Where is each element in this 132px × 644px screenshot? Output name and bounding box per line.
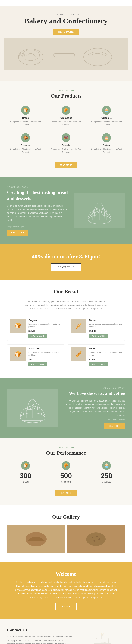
hamburger-line-3 bbox=[64, 4, 68, 4]
product-item-cakes[interactable]: 🎂 Cakes Sample text. Click to select the… bbox=[88, 132, 125, 155]
hero-read-more-button[interactable]: READ MORE bbox=[53, 29, 79, 35]
welcome-read-more-button[interactable]: read more bbox=[55, 603, 76, 610]
perf-bread-icon: 🍞 bbox=[21, 461, 30, 470]
discount-banner: 40% discount after 8.00 pm! CONTACT US bbox=[0, 244, 132, 280]
bread-info-grain: Grain Excepteur sint occaecat cupidatat … bbox=[89, 347, 122, 366]
add-to-cart-grain[interactable]: ADD TO CART bbox=[89, 362, 108, 366]
product-item-bread[interactable]: 🍞 Bread Sample text. Click to select the… bbox=[7, 104, 44, 128]
bread-price-yeast-free: $22.00 bbox=[28, 358, 61, 361]
bread-price-sweet: $19.00 bbox=[89, 330, 122, 332]
product-desc-croissant: Sample text. Click to select the Text El… bbox=[49, 120, 83, 126]
contact-body: Ut enim ad minim veniam, quis nostrud ex… bbox=[7, 635, 75, 644]
hamburger-line-1 bbox=[64, 2, 68, 2]
love-readmore-button[interactable]: READMORE bbox=[104, 423, 125, 429]
bread-item-original: 🍞 Original Excepteur sint occaecat cupid… bbox=[7, 316, 64, 341]
add-to-cart-yeast-free[interactable]: ADD TO CART bbox=[28, 362, 47, 366]
bread-section-title: Our Bread bbox=[7, 288, 125, 294]
about-body: Ut enim ad minim veniam, quis nostrud ex… bbox=[7, 204, 68, 222]
love-section: about company We Love desserts, and coff… bbox=[0, 378, 132, 438]
bread-name-sweet: Sweet bbox=[89, 319, 122, 322]
hamburger-menu[interactable] bbox=[64, 2, 68, 4]
gallery-section: Our Gallery bbox=[0, 505, 132, 562]
perf-item-cupcake: 🧁 250 Cupcake bbox=[88, 461, 125, 483]
bread-price-original: $18.00 bbox=[28, 330, 61, 332]
love-body: Ut enim ad minim veniam, quis nostrud ex… bbox=[64, 399, 125, 417]
bread-item-grain: 🥖 Grain Excepteur sint occaecat cupidata… bbox=[68, 344, 125, 369]
perf-croissant-number: 500 bbox=[47, 472, 85, 480]
products-read-more-button[interactable]: Read More bbox=[55, 162, 77, 168]
product-desc-cakes: Sample text. Click to select the Text El… bbox=[90, 148, 123, 154]
performance-title: Our Performance bbox=[7, 450, 125, 456]
performance-read-more-button[interactable]: READ MORE bbox=[55, 490, 77, 496]
perf-cupcake-label: Cupcake bbox=[88, 480, 125, 483]
product-name-cakes: Cakes bbox=[90, 144, 123, 147]
bread-image-yeast-free: 🍞 bbox=[10, 347, 26, 361]
bread-name-grain: Grain bbox=[89, 347, 122, 350]
love-text: about company We Love desserts, and coff… bbox=[64, 387, 125, 429]
product-name-donuts: Donuts bbox=[49, 144, 83, 147]
welcome-body: Ut enim ad minim veniam, quis nostrud ex… bbox=[15, 580, 117, 600]
discount-text: 40% discount after 8.00 pm! bbox=[7, 253, 125, 260]
contact-section: Contact Us Ut enim ad minim veniam, quis… bbox=[0, 619, 132, 644]
svg-point-17 bbox=[93, 208, 100, 213]
love-image-label: Image from Images bbox=[64, 418, 125, 420]
add-to-cart-sweet[interactable]: ADD TO CART bbox=[89, 334, 108, 338]
svg-point-35 bbox=[96, 536, 98, 537]
love-title: We Love desserts, and coffee bbox=[64, 390, 125, 396]
welcome-title: Welcome bbox=[7, 571, 125, 577]
performance-grid: 🍞 300 Bread 🥐 500 Croissant 🧁 250 Cupcak… bbox=[7, 461, 125, 483]
svg-rect-2 bbox=[54, 54, 75, 57]
bread-info-sweet: Sweet Excepteur sint occaecat cupidatat … bbox=[89, 319, 122, 338]
product-name-cookies: Cookies bbox=[9, 144, 42, 147]
donuts-icon: 🍩 bbox=[62, 133, 70, 142]
product-name-cupcake: Cupcake bbox=[90, 116, 123, 119]
bread-price-grain: $16.00 bbox=[89, 358, 122, 361]
contact-us-button[interactable]: CONTACT US bbox=[51, 263, 81, 271]
product-name-bread: Bread bbox=[9, 116, 42, 119]
bread-image-original: 🍞 bbox=[10, 319, 26, 333]
about-image bbox=[74, 193, 125, 228]
bread-info-original: Original Excepteur sint occaecat cupidat… bbox=[28, 319, 61, 338]
product-desc-donuts: Sample text. Click to select the Text El… bbox=[49, 148, 83, 154]
product-item-cookies[interactable]: 🍪 Cookies Sample text. Click to select t… bbox=[7, 132, 44, 155]
about-read-more-button[interactable]: Read More bbox=[7, 230, 28, 236]
products-section: what we do Our Products 🍞 Bread Sample t… bbox=[0, 81, 132, 177]
product-item-cupcake[interactable]: 🧁 Cupcake Sample text. Click to select t… bbox=[88, 104, 125, 128]
bread-section-header: Our Bread Ut enim ad minim veniam, quis … bbox=[7, 288, 125, 310]
hero-section: Homemade recipes Bakery and Confectioner… bbox=[0, 6, 132, 81]
perf-item-bread: 🍞 300 Bread bbox=[7, 461, 44, 483]
hero-image bbox=[3, 38, 129, 70]
svg-point-37 bbox=[94, 540, 95, 542]
bread-desc-sweet: Excepteur sint occaecat cupidatat non pr… bbox=[89, 322, 122, 328]
products-title: Our Products bbox=[7, 93, 125, 99]
perf-cupcake-number: 250 bbox=[88, 472, 125, 480]
navbar bbox=[0, 0, 132, 6]
perf-croissant-icon: 🥐 bbox=[62, 461, 70, 470]
contact-text: Contact Us Ut enim ad minim veniam, quis… bbox=[7, 628, 75, 644]
cookies-icon: 🍪 bbox=[21, 133, 30, 142]
product-item-donuts[interactable]: 🍩 Donuts Sample text. Click to select th… bbox=[47, 132, 85, 155]
about-image-label: Image from Images bbox=[7, 226, 68, 228]
love-image bbox=[7, 388, 58, 428]
product-desc-bread: Sample text. Click to select the Text El… bbox=[9, 120, 42, 126]
bread-image-grain: 🥖 bbox=[71, 347, 86, 361]
bread-section: Our Bread Ut enim ad minim veniam, quis … bbox=[0, 280, 132, 378]
product-item-croissant[interactable]: 🥐 Croissant Sample text. Click to select… bbox=[47, 104, 85, 128]
gallery-grid bbox=[7, 525, 125, 553]
perf-item-croissant: 🥐 500 Croissant bbox=[47, 461, 85, 483]
about-text: about company Creating the best-tasting … bbox=[7, 186, 68, 236]
add-to-cart-original[interactable]: ADD TO CART bbox=[28, 334, 47, 338]
perf-cupcake-icon: 🧁 bbox=[102, 461, 111, 470]
product-desc-cupcake: Sample text. Click to select the Text El… bbox=[90, 120, 123, 126]
gallery-title: Our Gallery bbox=[7, 514, 125, 520]
bread-grid: 🍞 Original Excepteur sint occaecat cupid… bbox=[7, 316, 125, 369]
perf-bread-label: Bread bbox=[7, 480, 44, 483]
hamburger-line-2 bbox=[64, 3, 68, 3]
bread-image-sweet: 🥖 bbox=[71, 319, 86, 333]
svg-point-43 bbox=[101, 632, 104, 636]
gallery-image-1 bbox=[7, 525, 65, 553]
svg-point-34 bbox=[92, 536, 93, 538]
about-label: about company bbox=[7, 186, 68, 188]
about-title: Creating the best-tasting bread and dess… bbox=[7, 190, 68, 202]
bread-section-desc: Ut enim ad minim veniam, quis nostrud ex… bbox=[22, 300, 110, 310]
